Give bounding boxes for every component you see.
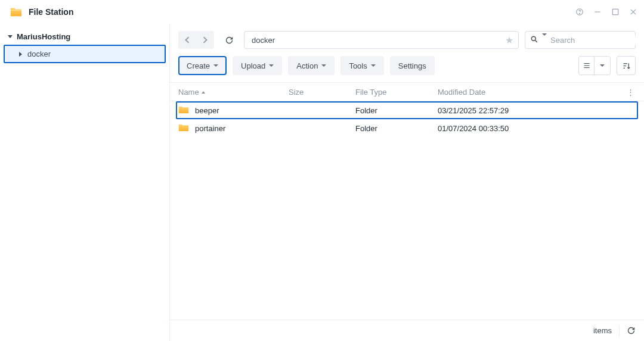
sidebar: MariusHosting docker <box>0 24 170 341</box>
chevron-right-icon <box>18 51 25 57</box>
search-icon <box>530 35 538 45</box>
cell-name: beeper <box>178 105 289 116</box>
svg-point-6 <box>531 36 535 41</box>
search-caret-icon[interactable] <box>542 36 547 45</box>
upload-button[interactable]: Upload <box>233 56 282 75</box>
file-name: portainer <box>195 124 225 133</box>
table-row[interactable]: beeperFolder03/21/2025 22:57:29 <box>176 101 638 119</box>
sort-asc-icon <box>202 91 205 94</box>
cell-date: 01/07/2024 00:33:50 <box>438 124 636 133</box>
create-button[interactable]: Create <box>178 56 227 75</box>
action-button[interactable]: Action <box>288 56 335 75</box>
favorite-icon[interactable]: ★ <box>505 35 513 46</box>
tools-label: Tools <box>349 61 367 70</box>
close-icon[interactable] <box>628 7 638 17</box>
statusbar: items <box>170 320 644 341</box>
cell-type: Folder <box>355 124 438 133</box>
svg-line-7 <box>535 40 537 42</box>
refresh-button[interactable] <box>220 31 238 49</box>
folder-icon <box>178 105 189 116</box>
help-icon[interactable] <box>575 7 584 17</box>
tree-root[interactable]: MariusHosting <box>4 30 166 44</box>
column-size[interactable]: Size <box>289 88 355 97</box>
caret-down-icon <box>213 64 218 67</box>
path-text: docker <box>252 36 505 45</box>
settings-label: Settings <box>398 61 426 70</box>
items-label: items <box>593 326 612 335</box>
tree-item-label: docker <box>27 49 51 58</box>
caret-down-icon <box>371 64 376 67</box>
maximize-icon[interactable] <box>611 7 620 17</box>
tools-button[interactable]: Tools <box>340 56 383 75</box>
status-refresh-button[interactable] <box>619 325 636 337</box>
settings-button[interactable]: Settings <box>390 56 435 75</box>
view-dropdown-button[interactable] <box>595 57 610 75</box>
tree-item-docker[interactable]: docker <box>4 45 166 63</box>
column-type[interactable]: File Type <box>355 88 438 97</box>
column-date[interactable]: Modified Date <box>438 88 625 97</box>
cell-type: Folder <box>355 106 438 115</box>
app-icon <box>10 5 23 18</box>
cell-date: 03/21/2025 22:57:29 <box>438 106 636 115</box>
column-more-icon[interactable]: ⋮ <box>625 88 636 97</box>
search-input[interactable] <box>550 36 644 45</box>
caret-down-icon <box>269 64 274 67</box>
app-title: File Station <box>29 7 575 17</box>
view-mode-switch <box>578 56 611 75</box>
folder-icon <box>178 123 189 134</box>
tree-root-label: MariusHosting <box>17 32 70 41</box>
nav-forward-button[interactable] <box>196 31 214 49</box>
cell-name: portainer <box>178 123 289 134</box>
nav-button-group <box>178 31 214 49</box>
file-name: beeper <box>195 106 219 115</box>
svg-point-1 <box>580 13 580 14</box>
list-view-button[interactable] <box>579 57 595 75</box>
nav-back-button[interactable] <box>178 31 196 49</box>
column-name[interactable]: Name <box>178 88 289 97</box>
table-body: beeperFolder03/21/2025 22:57:29portainer… <box>170 101 644 320</box>
minimize-icon[interactable] <box>593 7 602 17</box>
caret-down-icon <box>321 64 326 67</box>
upload-label: Upload <box>241 61 265 70</box>
path-input[interactable]: docker ★ <box>244 31 519 49</box>
chevron-down-icon <box>7 34 14 40</box>
sort-button[interactable] <box>617 56 636 75</box>
table-header: Name Size File Type Modified Date ⋮ <box>170 82 644 101</box>
action-label: Action <box>296 61 318 70</box>
window-controls <box>575 7 638 17</box>
create-label: Create <box>187 61 210 70</box>
search-box[interactable] <box>525 31 636 49</box>
titlebar: File Station <box>0 0 644 24</box>
table-row[interactable]: portainerFolder01/07/2024 00:33:50 <box>178 119 636 137</box>
svg-rect-3 <box>612 9 618 14</box>
